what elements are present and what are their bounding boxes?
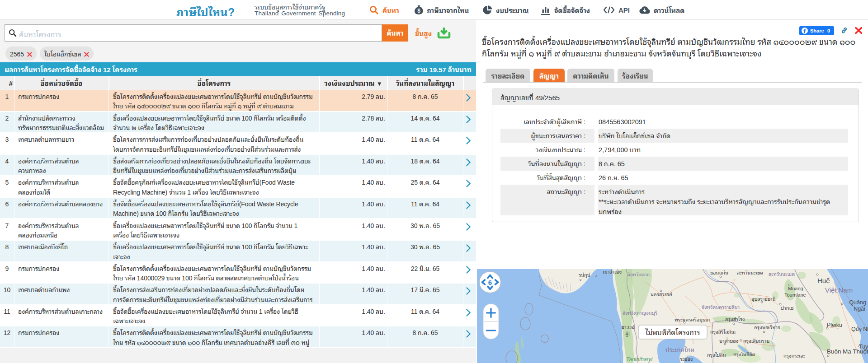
svg-text:กรุงไปลิน: กรุงไปลิน xyxy=(707,350,726,358)
svg-text:เมาลําเยิง: เมาลําเยิง xyxy=(603,269,622,275)
svg-text:ระยอง: ระยอง xyxy=(680,354,693,363)
svg-text:กรุงพระวิหาร: กรุงพระวิหาร xyxy=(754,323,780,331)
svg-text:ขอนแก่น: ขอนแก่น xyxy=(710,269,728,276)
svg-text:ผู้|: ผู้| xyxy=(625,329,630,337)
svg-text:กรุงสิรีโสภัณ: กรุงสิรีโสภัณ xyxy=(710,327,736,335)
svg-text:Pleiku: Pleiku xyxy=(827,320,842,329)
svg-text:Buôn Ma Thuột: Buôn Ma Thuột xyxy=(827,346,868,356)
svg-text:จังหวัดนครราชสีมา: จังหวัดนครราชสีมา xyxy=(702,302,740,311)
svg-text:ไม่พบพิกัดโครงการ: ไม่พบพิกัดโครงการ xyxy=(645,326,700,337)
svg-text:Việt Nam: Việt Nam xyxy=(825,284,853,295)
svg-text:สะหวันนะเขด: สะหวันนะเขด xyxy=(737,269,763,276)
svg-text:Toumlane: Toumlane xyxy=(784,290,806,298)
svg-text:กรุงกระเจะ: กรุงกระเจะ xyxy=(783,351,805,359)
svg-text:6: 6 xyxy=(488,276,492,287)
svg-text:สะหวันนะเขด: สะหวันนะเขด xyxy=(769,270,795,278)
svg-text:จังหวัดกาญจนบุรี: จังหวัดกาญจนบุรี xyxy=(623,308,658,316)
svg-text:ประเทศไทย: ประเทศไทย xyxy=(665,344,694,354)
svg-text:กรุงโพธิสัต: กรุงโพธิสัต xyxy=(733,350,755,358)
svg-text:ปากเซ: ปากเซ xyxy=(781,303,794,312)
svg-text:รน่กุน่: รน่กุน่ xyxy=(579,270,590,279)
svg-text:กรุงสำโรง: กรุงสำโรง xyxy=(725,315,745,323)
svg-text:$: $ xyxy=(417,8,420,14)
svg-text:อุบลราชธานี: อุบลราชธานี xyxy=(751,294,776,302)
svg-text:บาต่ำบอง: บาต่ำบอง xyxy=(719,336,738,344)
svg-text:กรุงเสียมราบ: กรุงเสียมราบ xyxy=(743,336,769,344)
svg-text:นครสวรรค์: นครสวรรค์ xyxy=(651,290,672,298)
svg-text:Quy Nhơn: Quy Nhơn xyxy=(851,324,868,333)
svg-text:จังหวัดตาก: จังหวัดตาก xyxy=(627,270,650,278)
svg-text:พระนครศรีอยุธยา: พระนครศรีอยุธยา xyxy=(675,315,710,323)
svg-text:Tanintharyi: Tanintharyi xyxy=(626,354,653,363)
